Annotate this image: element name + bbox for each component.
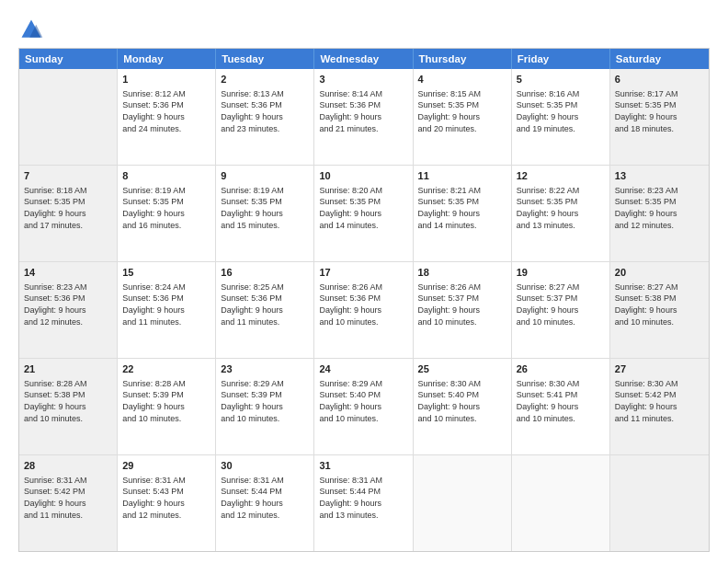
calendar-cell: 21Sunrise: 8:28 AMSunset: 5:38 PMDayligh… (19, 359, 118, 454)
calendar-cell: 30Sunrise: 8:31 AMSunset: 5:44 PMDayligh… (216, 455, 314, 551)
weekday-header: Tuesday (216, 49, 314, 69)
calendar-cell: 28Sunrise: 8:31 AMSunset: 5:42 PMDayligh… (19, 455, 118, 551)
day-number: 24 (319, 362, 407, 376)
cell-info: Sunrise: 8:25 AMSunset: 5:36 PMDaylight:… (221, 282, 309, 327)
cell-info: Sunrise: 8:23 AMSunset: 5:36 PMDaylight:… (24, 282, 112, 327)
calendar-header: SundayMondayTuesdayWednesdayThursdayFrid… (19, 49, 709, 69)
day-number: 18 (418, 266, 506, 280)
cell-info: Sunrise: 8:16 AMSunset: 5:35 PMDaylight:… (517, 88, 605, 134)
day-number: 1 (122, 73, 210, 86)
page: SundayMondayTuesdayWednesdayThursdayFrid… (0, 0, 728, 563)
calendar-body: 1Sunrise: 8:12 AMSunset: 5:36 PMDaylight… (19, 69, 709, 551)
day-number: 4 (418, 73, 506, 86)
day-number: 26 (517, 362, 605, 376)
cell-info: Sunrise: 8:27 AMSunset: 5:38 PMDaylight:… (615, 282, 704, 327)
cell-info: Sunrise: 8:15 AMSunset: 5:35 PMDaylight:… (418, 88, 506, 134)
calendar-cell: 31Sunrise: 8:31 AMSunset: 5:44 PMDayligh… (314, 455, 413, 551)
weekday-header: Sunday (19, 49, 118, 69)
calendar-row: 14Sunrise: 8:23 AMSunset: 5:36 PMDayligh… (19, 262, 709, 359)
calendar-cell: 9Sunrise: 8:19 AMSunset: 5:35 PMDaylight… (216, 166, 314, 261)
calendar-cell: 7Sunrise: 8:18 AMSunset: 5:35 PMDaylight… (19, 166, 118, 261)
day-number: 29 (122, 459, 210, 473)
day-number: 11 (418, 169, 506, 183)
calendar-cell: 25Sunrise: 8:30 AMSunset: 5:40 PMDayligh… (414, 359, 512, 454)
calendar-cell: 29Sunrise: 8:31 AMSunset: 5:43 PMDayligh… (118, 455, 216, 551)
calendar-cell: 11Sunrise: 8:21 AMSunset: 5:35 PMDayligh… (414, 166, 512, 261)
day-number: 10 (319, 169, 407, 183)
day-number: 7 (24, 169, 112, 183)
weekday-header: Wednesday (314, 49, 413, 69)
calendar-cell: 20Sunrise: 8:27 AMSunset: 5:38 PMDayligh… (610, 262, 709, 358)
weekday-header: Monday (118, 49, 216, 69)
calendar-cell (610, 455, 709, 551)
day-number: 20 (615, 266, 704, 280)
header (18, 17, 710, 42)
cell-info: Sunrise: 8:21 AMSunset: 5:35 PMDaylight:… (418, 185, 506, 231)
day-number: 27 (615, 362, 704, 376)
calendar-cell: 19Sunrise: 8:27 AMSunset: 5:37 PMDayligh… (512, 262, 610, 358)
logo-icon (18, 17, 44, 42)
calendar-row: 21Sunrise: 8:28 AMSunset: 5:38 PMDayligh… (19, 359, 709, 455)
cell-info: Sunrise: 8:24 AMSunset: 5:36 PMDaylight:… (122, 282, 210, 327)
cell-info: Sunrise: 8:30 AMSunset: 5:42 PMDaylight:… (615, 378, 704, 424)
day-number: 3 (319, 73, 407, 86)
cell-info: Sunrise: 8:26 AMSunset: 5:37 PMDaylight:… (418, 282, 506, 327)
weekday-header: Saturday (610, 49, 709, 69)
calendar-cell: 17Sunrise: 8:26 AMSunset: 5:36 PMDayligh… (314, 262, 413, 358)
day-number: 21 (24, 362, 112, 376)
calendar-cell: 24Sunrise: 8:29 AMSunset: 5:40 PMDayligh… (314, 359, 413, 454)
cell-info: Sunrise: 8:30 AMSunset: 5:40 PMDaylight:… (418, 378, 506, 424)
cell-info: Sunrise: 8:17 AMSunset: 5:35 PMDaylight:… (615, 88, 704, 134)
weekday-header: Thursday (414, 49, 512, 69)
calendar-cell: 27Sunrise: 8:30 AMSunset: 5:42 PMDayligh… (610, 359, 709, 454)
calendar-cell: 14Sunrise: 8:23 AMSunset: 5:36 PMDayligh… (19, 262, 118, 358)
day-number: 17 (319, 266, 407, 280)
day-number: 13 (615, 169, 704, 183)
cell-info: Sunrise: 8:31 AMSunset: 5:43 PMDaylight:… (122, 475, 210, 521)
cell-info: Sunrise: 8:31 AMSunset: 5:42 PMDaylight:… (24, 475, 112, 521)
calendar-cell: 22Sunrise: 8:28 AMSunset: 5:39 PMDayligh… (118, 359, 216, 454)
cell-info: Sunrise: 8:13 AMSunset: 5:36 PMDaylight:… (221, 88, 309, 134)
cell-info: Sunrise: 8:29 AMSunset: 5:39 PMDaylight:… (221, 378, 309, 424)
cell-info: Sunrise: 8:23 AMSunset: 5:35 PMDaylight:… (615, 185, 704, 231)
cell-info: Sunrise: 8:31 AMSunset: 5:44 PMDaylight:… (221, 475, 309, 521)
day-number: 6 (615, 73, 704, 86)
day-number: 23 (221, 362, 309, 376)
day-number: 5 (517, 73, 605, 86)
cell-info: Sunrise: 8:26 AMSunset: 5:36 PMDaylight:… (319, 282, 407, 327)
day-number: 14 (24, 266, 112, 280)
calendar-row: 28Sunrise: 8:31 AMSunset: 5:42 PMDayligh… (19, 455, 709, 551)
day-number: 25 (418, 362, 506, 376)
day-number: 16 (221, 266, 309, 280)
calendar-cell (414, 455, 512, 551)
calendar-cell: 6Sunrise: 8:17 AMSunset: 5:35 PMDaylight… (610, 69, 709, 165)
calendar-cell: 12Sunrise: 8:22 AMSunset: 5:35 PMDayligh… (512, 166, 610, 261)
calendar-cell: 10Sunrise: 8:20 AMSunset: 5:35 PMDayligh… (314, 166, 413, 261)
cell-info: Sunrise: 8:30 AMSunset: 5:41 PMDaylight:… (517, 378, 605, 424)
calendar: SundayMondayTuesdayWednesdayThursdayFrid… (18, 48, 710, 552)
day-number: 15 (122, 266, 210, 280)
calendar-cell: 18Sunrise: 8:26 AMSunset: 5:37 PMDayligh… (414, 262, 512, 358)
calendar-cell: 5Sunrise: 8:16 AMSunset: 5:35 PMDaylight… (512, 69, 610, 165)
calendar-cell: 3Sunrise: 8:14 AMSunset: 5:36 PMDaylight… (314, 69, 413, 165)
cell-info: Sunrise: 8:28 AMSunset: 5:38 PMDaylight:… (24, 378, 112, 424)
calendar-row: 1Sunrise: 8:12 AMSunset: 5:36 PMDaylight… (19, 69, 709, 166)
calendar-cell: 2Sunrise: 8:13 AMSunset: 5:36 PMDaylight… (216, 69, 314, 165)
day-number: 28 (24, 459, 112, 473)
calendar-cell: 1Sunrise: 8:12 AMSunset: 5:36 PMDaylight… (118, 69, 216, 165)
calendar-row: 7Sunrise: 8:18 AMSunset: 5:35 PMDaylight… (19, 166, 709, 262)
calendar-cell: 23Sunrise: 8:29 AMSunset: 5:39 PMDayligh… (216, 359, 314, 454)
day-number: 8 (122, 169, 210, 183)
cell-info: Sunrise: 8:14 AMSunset: 5:36 PMDaylight:… (319, 88, 407, 134)
cell-info: Sunrise: 8:18 AMSunset: 5:35 PMDaylight:… (24, 185, 112, 231)
calendar-cell: 26Sunrise: 8:30 AMSunset: 5:41 PMDayligh… (512, 359, 610, 454)
cell-info: Sunrise: 8:31 AMSunset: 5:44 PMDaylight:… (319, 475, 407, 521)
cell-info: Sunrise: 8:19 AMSunset: 5:35 PMDaylight:… (122, 185, 210, 231)
calendar-cell: 8Sunrise: 8:19 AMSunset: 5:35 PMDaylight… (118, 166, 216, 261)
day-number: 19 (517, 266, 605, 280)
day-number: 31 (319, 459, 407, 473)
calendar-cell: 16Sunrise: 8:25 AMSunset: 5:36 PMDayligh… (216, 262, 314, 358)
cell-info: Sunrise: 8:27 AMSunset: 5:37 PMDaylight:… (517, 282, 605, 327)
logo (18, 17, 48, 42)
calendar-cell: 13Sunrise: 8:23 AMSunset: 5:35 PMDayligh… (610, 166, 709, 261)
